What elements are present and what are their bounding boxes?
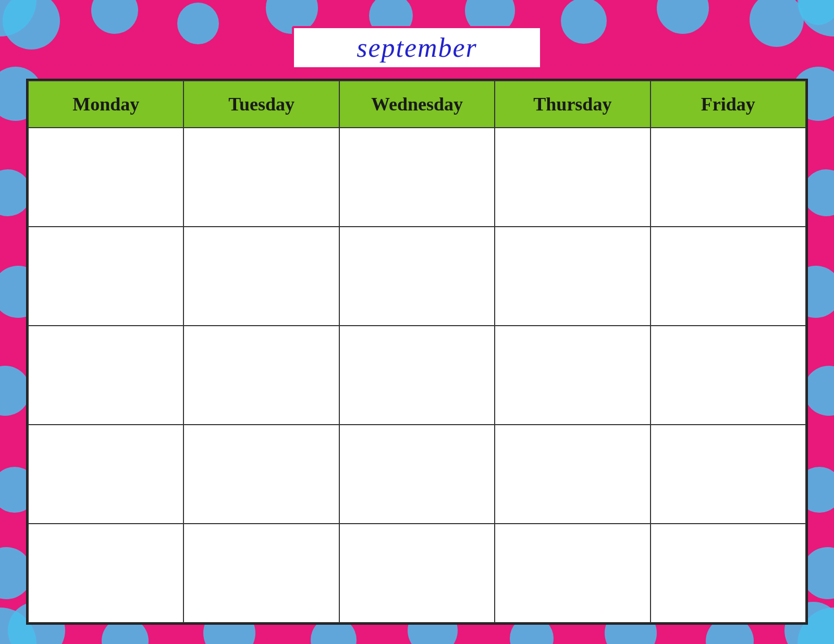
month-title: september <box>357 33 477 63</box>
cell-r2-tue[interactable] <box>183 227 339 326</box>
calendar-table-container: Monday Tuesday Wednesday Thursday Friday <box>26 79 808 625</box>
cell-r3-thu[interactable] <box>495 326 650 425</box>
cell-r1-thu[interactable] <box>495 128 650 227</box>
calendar-table: Monday Tuesday Wednesday Thursday Friday <box>28 80 806 623</box>
cell-r4-wed[interactable] <box>339 425 495 524</box>
calendar-row-1 <box>28 128 806 227</box>
cell-r4-tue[interactable] <box>183 425 339 524</box>
header-monday: Monday <box>28 81 183 128</box>
cell-r4-mon[interactable] <box>28 425 183 524</box>
cell-r2-mon[interactable] <box>28 227 183 326</box>
cell-r3-mon[interactable] <box>28 326 183 425</box>
header-row: Monday Tuesday Wednesday Thursday Friday <box>28 81 806 128</box>
cell-r1-tue[interactable] <box>183 128 339 227</box>
header-wednesday: Wednesday <box>339 81 495 128</box>
calendar-row-4 <box>28 425 806 524</box>
cell-r3-fri[interactable] <box>651 326 806 425</box>
header-thursday: Thursday <box>495 81 650 128</box>
cell-r2-fri[interactable] <box>651 227 806 326</box>
calendar-row-5 <box>28 524 806 623</box>
cell-r4-thu[interactable] <box>495 425 650 524</box>
cell-r1-wed[interactable] <box>339 128 495 227</box>
cell-r2-thu[interactable] <box>495 227 650 326</box>
cell-r1-mon[interactable] <box>28 128 183 227</box>
header-friday: Friday <box>651 81 806 128</box>
month-title-container: september <box>292 26 542 69</box>
cell-r3-wed[interactable] <box>339 326 495 425</box>
cell-r3-tue[interactable] <box>183 326 339 425</box>
cell-r5-tue[interactable] <box>183 524 339 623</box>
cell-r4-fri[interactable] <box>651 425 806 524</box>
header-tuesday: Tuesday <box>183 81 339 128</box>
calendar-row-3 <box>28 326 806 425</box>
cell-r5-mon[interactable] <box>28 524 183 623</box>
cell-r5-thu[interactable] <box>495 524 650 623</box>
calendar-row-2 <box>28 227 806 326</box>
cell-r2-wed[interactable] <box>339 227 495 326</box>
cell-r5-wed[interactable] <box>339 524 495 623</box>
cell-r1-fri[interactable] <box>651 128 806 227</box>
cell-r5-fri[interactable] <box>651 524 806 623</box>
